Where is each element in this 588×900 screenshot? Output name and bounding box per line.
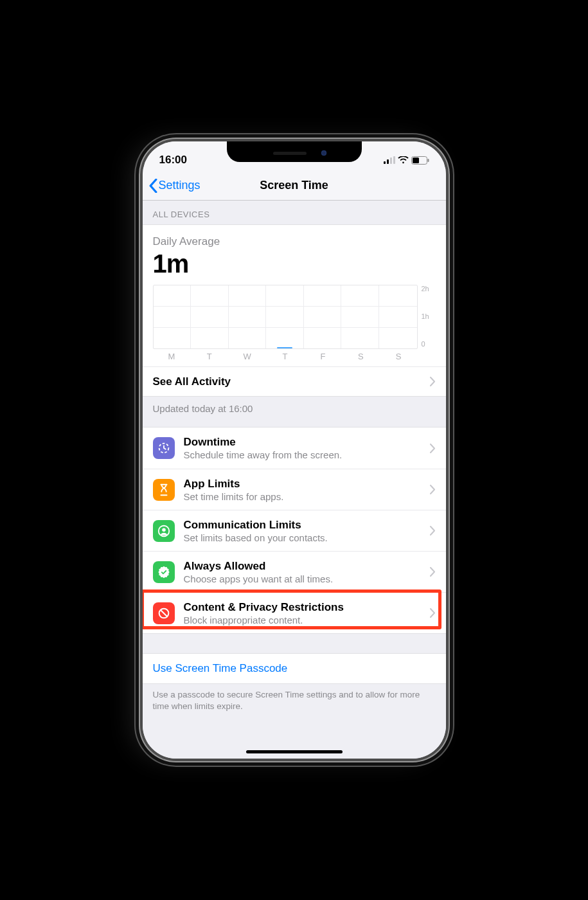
chevron-right-icon: [430, 567, 436, 577]
chart-bar: [277, 347, 292, 348]
ytick: 0: [422, 340, 436, 348]
chart-block: Daily Average 1m 2h 1h 0 MTWTFSS: [143, 225, 446, 366]
chevron-right-icon: [430, 608, 436, 618]
chart-y-labels: 2h 1h 0: [422, 285, 436, 349]
chart-column: [191, 285, 229, 348]
nav-bar: Settings Screen Time: [143, 171, 446, 201]
content-scroll[interactable]: ALL DEVICES Daily Average 1m 2h 1h 0 MTW…: [143, 201, 446, 759]
usage-chart: 2h 1h 0: [153, 285, 436, 349]
xtick: S: [342, 352, 380, 361]
chevron-left-icon: [149, 179, 157, 193]
chart-column: [229, 285, 267, 348]
hourglass-icon: [153, 479, 175, 501]
xtick: S: [380, 352, 418, 361]
option-app-limits[interactable]: App LimitsSet time limits for apps.: [143, 469, 446, 510]
chart-x-labels: MTWTFSS: [153, 352, 436, 361]
xtick: F: [304, 352, 342, 361]
ytick: 2h: [422, 285, 436, 292]
option-title: Downtime: [184, 436, 430, 449]
svg-rect-0: [384, 161, 386, 164]
chart-column: [379, 285, 417, 348]
passcode-footer-note: Use a passcode to secure Screen Time set…: [143, 684, 446, 724]
status-icons: [384, 156, 429, 165]
chart-column: [304, 285, 342, 348]
option-title: App Limits: [184, 478, 430, 491]
option-subtitle: Set limits based on your contacts.: [184, 532, 430, 543]
svg-rect-6: [427, 159, 429, 162]
xtick: T: [266, 352, 304, 361]
option-subtitle: Block inappropriate content.: [184, 615, 430, 626]
options-card: DowntimeSchedule time away from the scre…: [143, 427, 446, 634]
updated-label: Updated today at 16:00: [143, 397, 446, 427]
section-header-all-devices: ALL DEVICES: [143, 201, 446, 224]
option-subtitle: Choose apps you want at all times.: [184, 573, 430, 584]
option-subtitle: Schedule time away from the screen.: [184, 449, 430, 460]
notch: [227, 141, 362, 162]
chevron-right-icon: [430, 526, 436, 536]
option-always-allowed[interactable]: Always AllowedChoose apps you want at al…: [143, 551, 446, 592]
daily-average-value: 1m: [153, 249, 436, 278]
svg-rect-5: [413, 158, 419, 163]
chart-column: [341, 285, 379, 348]
see-all-activity-label: See All Activity: [153, 375, 231, 388]
xtick: W: [228, 352, 266, 361]
wifi-icon: [398, 156, 409, 164]
xtick: T: [190, 352, 228, 361]
passcode-card: Use Screen Time Passcode: [143, 653, 446, 684]
chevron-right-icon: [430, 485, 436, 494]
svg-line-11: [160, 609, 166, 616]
see-all-activity-row[interactable]: See All Activity: [143, 366, 446, 396]
option-title: Always Allowed: [184, 560, 430, 573]
daily-average-label: Daily Average: [153, 235, 436, 248]
home-indicator[interactable]: [246, 750, 343, 753]
option-downtime[interactable]: DowntimeSchedule time away from the scre…: [143, 428, 446, 469]
clock-wait-icon: [153, 437, 175, 459]
back-button[interactable]: Settings: [149, 171, 200, 200]
svg-rect-1: [387, 159, 389, 164]
option-title: Content & Privacy Restrictions: [184, 601, 430, 614]
option-communication-limits[interactable]: Communication LimitsSet limits based on …: [143, 510, 446, 551]
nav-title: Screen Time: [260, 179, 328, 192]
cellular-icon: [384, 156, 395, 164]
chevron-right-icon: [430, 377, 436, 386]
option-content-privacy-restrictions[interactable]: Content & Privacy RestrictionsBlock inap…: [143, 592, 446, 633]
ytick: 1h: [422, 312, 436, 320]
ban-icon: [153, 602, 175, 624]
back-label: Settings: [159, 179, 200, 192]
person-circle-icon: [153, 520, 175, 542]
option-subtitle: Set time limits for apps.: [184, 491, 430, 502]
badge-check-icon: [153, 561, 175, 583]
status-time: 16:00: [159, 154, 187, 166]
chart-column: [266, 285, 304, 348]
screen-time-card: Daily Average 1m 2h 1h 0 MTWTFSS See All…: [143, 224, 446, 397]
use-passcode-label: Use Screen Time Passcode: [153, 662, 288, 675]
svg-rect-2: [390, 158, 392, 164]
chart-column: [154, 285, 192, 348]
option-title: Communication Limits: [184, 519, 430, 532]
chevron-right-icon: [430, 444, 436, 453]
svg-point-9: [162, 528, 166, 532]
xtick: M: [153, 352, 191, 361]
svg-rect-3: [393, 156, 395, 164]
iphone-frame: 16:00 Settings Screen Time ALL: [143, 141, 446, 759]
battery-icon: [411, 156, 429, 165]
use-passcode-row[interactable]: Use Screen Time Passcode: [143, 654, 446, 683]
